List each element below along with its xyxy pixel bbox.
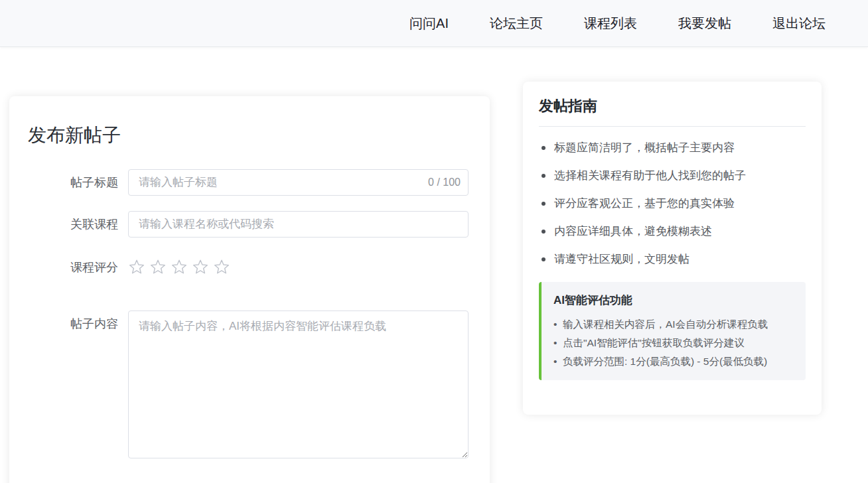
- star-icon[interactable]: [213, 259, 230, 276]
- ai-box-item: 点击"AI智能评估"按钮获取负载评分建议: [553, 334, 794, 352]
- post-title-input[interactable]: [128, 169, 469, 196]
- post-content-label: 帖子内容: [28, 310, 128, 337]
- post-content-input-wrap: [128, 310, 469, 461]
- ai-box-item: 负载评分范围: 1分(最高负载) - 5分(最低负载): [553, 352, 794, 371]
- guide-tip: 内容应详细具体，避免模糊表述: [539, 224, 806, 240]
- ai-box-title: AI智能评估功能: [553, 293, 794, 308]
- nav-item-ask-ai[interactable]: 问问AI: [409, 15, 449, 33]
- star-icon[interactable]: [128, 259, 145, 276]
- page-title: 发布新帖子: [28, 123, 469, 148]
- post-content-textarea[interactable]: [128, 310, 469, 458]
- post-title-row: 帖子标题 0 / 100: [28, 169, 469, 196]
- star-icon[interactable]: [149, 259, 167, 276]
- guide-tip: 标题应简洁明了，概括帖子主要内容: [539, 140, 806, 156]
- guide-title: 发帖指南: [539, 96, 806, 116]
- course-rating-stars: [128, 257, 230, 277]
- nav-item-logout[interactable]: 退出论坛: [772, 15, 826, 33]
- post-content-row: 帖子内容: [28, 310, 469, 461]
- related-course-label: 关联课程: [28, 211, 128, 238]
- course-rating-row: 课程评分: [28, 257, 469, 277]
- guide-tip: 评分应客观公正，基于您的真实体验: [539, 196, 806, 212]
- guide-divider: [539, 126, 806, 127]
- related-course-row: 关联课程: [28, 211, 469, 238]
- post-title-input-wrap: 0 / 100: [128, 169, 469, 196]
- ai-evaluation-info-box: AI智能评估功能 输入课程相关内容后，AI会自动分析课程负载 点击"AI智能评估…: [539, 282, 806, 380]
- top-navigation: 问问AI 论坛主页 课程列表 我要发帖 退出论坛: [0, 0, 868, 47]
- star-icon[interactable]: [171, 259, 188, 276]
- guide-tip-list: 标题应简洁明了，概括帖子主要内容 选择相关课程有助于他人找到您的帖子 评分应客观…: [539, 140, 806, 267]
- post-title-label: 帖子标题: [28, 169, 128, 196]
- related-course-input[interactable]: [128, 211, 469, 238]
- nav-item-forum-home[interactable]: 论坛主页: [490, 15, 543, 33]
- guide-tip: 请遵守社区规则，文明发帖: [539, 251, 806, 267]
- posting-guide-card: 发帖指南 标题应简洁明了，概括帖子主要内容 选择相关课程有助于他人找到您的帖子 …: [523, 82, 822, 415]
- star-icon[interactable]: [192, 259, 209, 276]
- guide-tip: 选择相关课程有助于他人找到您的帖子: [539, 168, 806, 184]
- ai-box-item: 输入课程相关内容后，AI会自动分析课程负载: [553, 315, 794, 334]
- related-course-input-wrap: [128, 211, 469, 238]
- new-post-card: 发布新帖子 帖子标题 0 / 100 关联课程 课程评分 帖子内容: [9, 96, 490, 483]
- nav-item-course-list[interactable]: 课程列表: [584, 15, 637, 33]
- nav-item-new-post[interactable]: 我要发帖: [678, 15, 731, 33]
- course-rating-label: 课程评分: [28, 257, 128, 277]
